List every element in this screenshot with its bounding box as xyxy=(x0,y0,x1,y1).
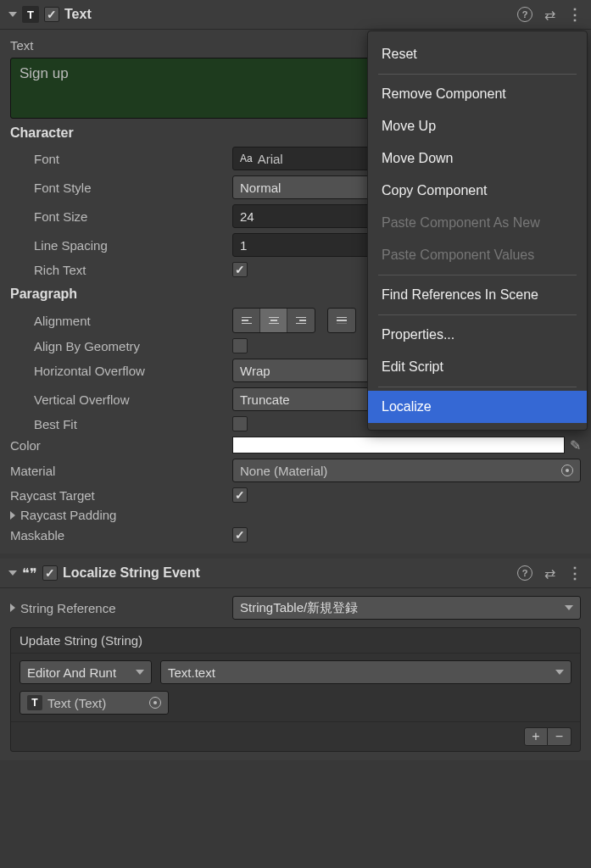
object-picker-icon[interactable] xyxy=(149,697,161,709)
h-align-group xyxy=(232,308,315,333)
add-listener-button[interactable]: + xyxy=(524,727,548,746)
component-title: Localize String Event xyxy=(63,565,512,581)
menu-paste-as-new: Paste Component As New xyxy=(368,207,587,239)
enable-checkbox[interactable] xyxy=(42,565,58,581)
align-left-button[interactable] xyxy=(233,309,260,332)
h-overflow-value: Wrap xyxy=(240,364,270,378)
line-spacing-label: Line Spacing xyxy=(10,238,232,253)
best-fit-checkbox[interactable] xyxy=(232,416,248,431)
foldout-icon[interactable] xyxy=(10,511,15,520)
text-type-icon: T xyxy=(27,695,42,710)
string-reference-label: String Reference xyxy=(20,601,232,615)
align-by-geometry-label: Align By Geometry xyxy=(10,339,232,353)
align-center-button[interactable] xyxy=(260,309,287,332)
font-style-value: Normal xyxy=(240,181,281,195)
string-reference-dropdown[interactable]: StringTable/新規登録 xyxy=(232,596,581,620)
menu-properties[interactable]: Properties... xyxy=(368,319,587,351)
chevron-down-icon xyxy=(565,605,573,610)
enable-checkbox[interactable] xyxy=(44,7,59,22)
event-header: Update String (String) xyxy=(11,628,580,654)
maskable-checkbox[interactable] xyxy=(232,527,248,542)
menu-edit-script[interactable]: Edit Script xyxy=(368,351,587,383)
color-swatch[interactable] xyxy=(232,437,565,453)
h-overflow-label: Horizontal Overflow xyxy=(10,364,232,378)
font-value: Arial xyxy=(258,152,283,166)
unity-event-box: Update String (String) Editor And Runt T… xyxy=(10,627,581,752)
chevron-down-icon xyxy=(555,670,564,675)
localize-icon: ❝❞ xyxy=(22,565,37,581)
font-style-label: Font Style xyxy=(10,181,232,195)
menu-icon[interactable]: ⋮ xyxy=(567,564,583,582)
chevron-down-icon xyxy=(136,670,144,675)
remove-listener-button[interactable]: − xyxy=(548,727,571,746)
menu-move-down[interactable]: Move Down xyxy=(368,142,587,175)
menu-copy-component[interactable]: Copy Component xyxy=(368,175,587,207)
object-picker-icon[interactable] xyxy=(561,465,573,476)
menu-localize[interactable]: Localize xyxy=(368,391,587,423)
preset-icon[interactable]: ⇄ xyxy=(544,7,555,23)
menu-remove-component[interactable]: Remove Component xyxy=(368,78,587,110)
raycast-target-checkbox[interactable] xyxy=(232,487,248,503)
menu-move-up[interactable]: Move Up xyxy=(368,110,587,142)
component-title: Text xyxy=(64,7,512,22)
rich-text-label: Rich Text xyxy=(10,263,232,277)
raycast-target-label: Raycast Target xyxy=(10,488,232,503)
font-label: Font xyxy=(10,152,232,166)
raycast-padding-label: Raycast Padding xyxy=(20,508,232,522)
menu-separator xyxy=(378,275,577,275)
target-method-value: Text.text xyxy=(168,665,215,680)
material-label: Material xyxy=(10,464,232,478)
context-menu: Reset Remove Component Move Up Move Down… xyxy=(367,31,588,431)
menu-paste-values: Paste Component Values xyxy=(368,239,587,271)
target-object-value: Text (Text) xyxy=(47,696,106,710)
call-mode-dropdown[interactable]: Editor And Runt xyxy=(20,660,152,684)
maskable-label: Maskable xyxy=(10,528,232,542)
font-size-label: Font Size xyxy=(10,209,232,224)
eyedropper-icon[interactable]: ✎ xyxy=(570,437,581,453)
call-mode-value: Editor And Runt xyxy=(27,665,116,680)
foldout-icon[interactable] xyxy=(8,570,17,576)
menu-separator xyxy=(378,74,577,75)
text-component-header[interactable]: T Text ? ⇄ ⋮ xyxy=(0,0,591,30)
rich-text-checkbox[interactable] xyxy=(232,262,248,277)
localize-component: ❝❞ Localize String Event ? ⇄ ⋮ String Re… xyxy=(0,559,591,760)
menu-find-references[interactable]: Find References In Scene xyxy=(368,279,587,311)
font-aa-icon: Aa xyxy=(240,153,253,164)
color-label: Color xyxy=(10,438,232,453)
alignment-label: Alignment xyxy=(10,314,232,328)
material-field[interactable]: None (Material) xyxy=(232,459,581,482)
material-value: None (Material) xyxy=(240,464,327,478)
help-icon[interactable]: ? xyxy=(517,7,532,22)
v-align-group xyxy=(327,308,356,333)
best-fit-label: Best Fit xyxy=(10,417,232,431)
align-by-geometry-checkbox[interactable] xyxy=(232,338,248,353)
text-component-icon: T xyxy=(22,6,39,23)
menu-separator xyxy=(378,314,577,315)
foldout-icon[interactable] xyxy=(10,604,15,612)
align-right-button[interactable] xyxy=(287,309,315,332)
string-reference-value: StringTable/新規登録 xyxy=(240,600,358,616)
help-icon[interactable]: ? xyxy=(517,565,532,581)
menu-icon[interactable]: ⋮ xyxy=(567,5,583,24)
menu-separator xyxy=(378,387,577,387)
preset-icon[interactable]: ⇄ xyxy=(544,565,555,581)
align-top-button[interactable] xyxy=(328,309,355,332)
localize-component-header[interactable]: ❝❞ Localize String Event ? ⇄ ⋮ xyxy=(0,559,591,588)
menu-reset[interactable]: Reset xyxy=(368,38,587,70)
v-overflow-label: Vertical Overflow xyxy=(10,392,232,407)
v-overflow-value: Truncate xyxy=(240,392,290,407)
target-object-field[interactable]: T Text (Text) xyxy=(20,691,169,715)
foldout-icon[interactable] xyxy=(8,12,17,17)
target-method-dropdown[interactable]: Text.text xyxy=(160,660,571,684)
